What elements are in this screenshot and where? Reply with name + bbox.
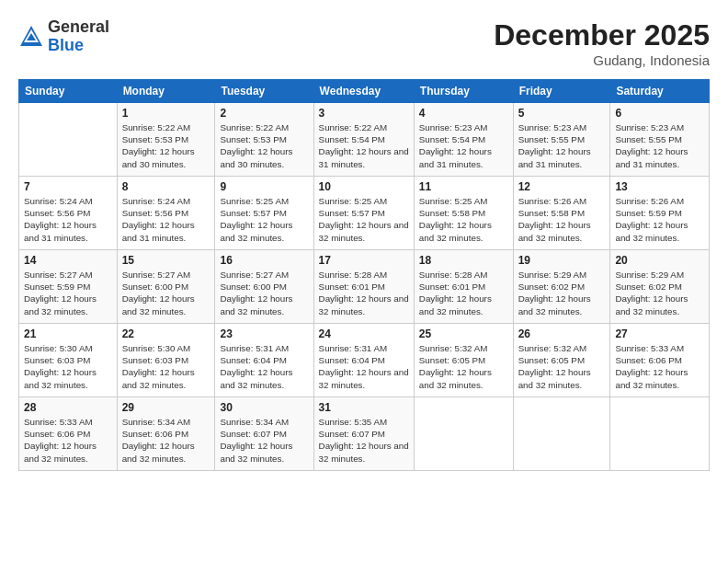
day-number: 20 bbox=[615, 254, 704, 267]
cell-info: Sunrise: 5:24 AMSunset: 5:56 PMDaylight:… bbox=[24, 195, 112, 244]
day-number: 4 bbox=[419, 107, 508, 120]
day-number: 24 bbox=[319, 327, 409, 340]
day-number: 27 bbox=[615, 327, 704, 340]
calendar-cell: 7Sunrise: 5:24 AMSunset: 5:56 PMDaylight… bbox=[19, 177, 118, 250]
calendar-cell: 5Sunrise: 5:23 AMSunset: 5:55 PMDaylight… bbox=[513, 103, 610, 177]
cell-info: Sunrise: 5:22 AMSunset: 5:53 PMDaylight:… bbox=[122, 121, 210, 170]
day-number: 22 bbox=[122, 327, 210, 340]
calendar-week-row: 7Sunrise: 5:24 AMSunset: 5:56 PMDaylight… bbox=[19, 177, 710, 250]
logo: General Blue bbox=[18, 18, 109, 55]
calendar-cell: 4Sunrise: 5:23 AMSunset: 5:54 PMDaylight… bbox=[414, 103, 513, 177]
cell-info: Sunrise: 5:26 AMSunset: 5:59 PMDaylight:… bbox=[615, 195, 704, 244]
calendar-cell: 27Sunrise: 5:33 AMSunset: 6:06 PMDayligh… bbox=[610, 324, 710, 397]
calendar-cell: 21Sunrise: 5:30 AMSunset: 6:03 PMDayligh… bbox=[19, 324, 118, 397]
day-number: 17 bbox=[319, 254, 409, 267]
calendar-cell: 17Sunrise: 5:28 AMSunset: 6:01 PMDayligh… bbox=[313, 250, 414, 324]
weekday-header-friday: Friday bbox=[513, 80, 610, 103]
day-number: 1 bbox=[122, 107, 210, 120]
cell-info: Sunrise: 5:31 AMSunset: 6:04 PMDaylight:… bbox=[220, 342, 308, 391]
day-number: 14 bbox=[24, 254, 112, 267]
day-number: 15 bbox=[122, 254, 210, 267]
calendar-cell: 3Sunrise: 5:22 AMSunset: 5:54 PMDaylight… bbox=[313, 103, 414, 177]
calendar-week-row: 28Sunrise: 5:33 AMSunset: 6:06 PMDayligh… bbox=[19, 397, 710, 471]
day-number: 21 bbox=[24, 327, 112, 340]
day-number: 18 bbox=[419, 254, 508, 267]
calendar-cell: 9Sunrise: 5:25 AMSunset: 5:57 PMDaylight… bbox=[215, 177, 313, 250]
cell-info: Sunrise: 5:32 AMSunset: 6:05 PMDaylight:… bbox=[518, 342, 606, 391]
logo-general: General bbox=[48, 18, 109, 37]
page: General Blue December 2025 Gudang, Indon… bbox=[0, 0, 728, 563]
day-number: 11 bbox=[419, 180, 508, 193]
calendar-header-row: SundayMondayTuesdayWednesdayThursdayFrid… bbox=[19, 80, 710, 103]
calendar-table: SundayMondayTuesdayWednesdayThursdayFrid… bbox=[18, 79, 710, 471]
calendar-cell: 16Sunrise: 5:27 AMSunset: 6:00 PMDayligh… bbox=[215, 250, 313, 324]
calendar-cell: 22Sunrise: 5:30 AMSunset: 6:03 PMDayligh… bbox=[117, 324, 215, 397]
cell-info: Sunrise: 5:30 AMSunset: 6:03 PMDaylight:… bbox=[122, 342, 210, 391]
calendar-cell: 24Sunrise: 5:31 AMSunset: 6:04 PMDayligh… bbox=[313, 324, 414, 397]
day-number: 16 bbox=[220, 254, 308, 267]
cell-info: Sunrise: 5:29 AMSunset: 6:02 PMDaylight:… bbox=[518, 269, 606, 317]
calendar-cell: 23Sunrise: 5:31 AMSunset: 6:04 PMDayligh… bbox=[215, 324, 313, 397]
day-number: 9 bbox=[220, 180, 308, 193]
cell-info: Sunrise: 5:23 AMSunset: 5:54 PMDaylight:… bbox=[419, 121, 508, 170]
calendar-cell: 10Sunrise: 5:25 AMSunset: 5:57 PMDayligh… bbox=[313, 177, 414, 250]
cell-info: Sunrise: 5:25 AMSunset: 5:57 PMDaylight:… bbox=[220, 195, 308, 244]
calendar-cell: 25Sunrise: 5:32 AMSunset: 6:05 PMDayligh… bbox=[414, 324, 513, 397]
cell-info: Sunrise: 5:25 AMSunset: 5:57 PMDaylight:… bbox=[319, 195, 409, 244]
calendar-week-row: 14Sunrise: 5:27 AMSunset: 5:59 PMDayligh… bbox=[19, 250, 710, 324]
calendar-cell: 19Sunrise: 5:29 AMSunset: 6:02 PMDayligh… bbox=[513, 250, 610, 324]
calendar-cell: 31Sunrise: 5:35 AMSunset: 6:07 PMDayligh… bbox=[313, 397, 414, 471]
calendar-cell: 26Sunrise: 5:32 AMSunset: 6:05 PMDayligh… bbox=[513, 324, 610, 397]
weekday-header-saturday: Saturday bbox=[610, 80, 710, 103]
cell-info: Sunrise: 5:27 AMSunset: 6:00 PMDaylight:… bbox=[220, 269, 308, 317]
calendar-cell: 1Sunrise: 5:22 AMSunset: 5:53 PMDaylight… bbox=[117, 103, 215, 177]
logo-blue: Blue bbox=[48, 37, 109, 55]
day-number: 12 bbox=[518, 180, 606, 193]
calendar-week-row: 1Sunrise: 5:22 AMSunset: 5:53 PMDaylight… bbox=[19, 103, 710, 177]
title-block: December 2025 Gudang, Indonesia bbox=[494, 18, 710, 68]
cell-info: Sunrise: 5:28 AMSunset: 6:01 PMDaylight:… bbox=[319, 269, 409, 317]
calendar-cell: 29Sunrise: 5:34 AMSunset: 6:06 PMDayligh… bbox=[117, 397, 215, 471]
cell-info: Sunrise: 5:22 AMSunset: 5:53 PMDaylight:… bbox=[220, 121, 308, 170]
weekday-header-thursday: Thursday bbox=[414, 80, 513, 103]
calendar-cell: 11Sunrise: 5:25 AMSunset: 5:58 PMDayligh… bbox=[414, 177, 513, 250]
day-number: 29 bbox=[122, 401, 210, 414]
calendar-cell: 6Sunrise: 5:23 AMSunset: 5:55 PMDaylight… bbox=[610, 103, 710, 177]
cell-info: Sunrise: 5:33 AMSunset: 6:06 PMDaylight:… bbox=[615, 342, 704, 391]
day-number: 26 bbox=[518, 327, 606, 340]
calendar-cell bbox=[610, 397, 710, 471]
calendar-cell: 20Sunrise: 5:29 AMSunset: 6:02 PMDayligh… bbox=[610, 250, 710, 324]
day-number: 5 bbox=[518, 107, 606, 120]
calendar-cell: 28Sunrise: 5:33 AMSunset: 6:06 PMDayligh… bbox=[19, 397, 118, 471]
cell-info: Sunrise: 5:27 AMSunset: 5:59 PMDaylight:… bbox=[24, 269, 112, 317]
day-number: 25 bbox=[419, 327, 508, 340]
header: General Blue December 2025 Gudang, Indon… bbox=[18, 18, 710, 68]
cell-info: Sunrise: 5:22 AMSunset: 5:54 PMDaylight:… bbox=[319, 121, 409, 170]
weekday-header-monday: Monday bbox=[117, 80, 215, 103]
calendar-cell: 30Sunrise: 5:34 AMSunset: 6:07 PMDayligh… bbox=[215, 397, 313, 471]
weekday-header-sunday: Sunday bbox=[19, 80, 118, 103]
logo-text: General Blue bbox=[48, 18, 109, 55]
day-number: 23 bbox=[220, 327, 308, 340]
cell-info: Sunrise: 5:34 AMSunset: 6:07 PMDaylight:… bbox=[220, 416, 308, 465]
cell-info: Sunrise: 5:27 AMSunset: 6:00 PMDaylight:… bbox=[122, 269, 210, 317]
day-number: 8 bbox=[122, 180, 210, 193]
logo-icon bbox=[18, 24, 44, 50]
cell-info: Sunrise: 5:25 AMSunset: 5:58 PMDaylight:… bbox=[419, 195, 508, 244]
calendar-cell: 15Sunrise: 5:27 AMSunset: 6:00 PMDayligh… bbox=[117, 250, 215, 324]
calendar-cell: 12Sunrise: 5:26 AMSunset: 5:58 PMDayligh… bbox=[513, 177, 610, 250]
cell-info: Sunrise: 5:33 AMSunset: 6:06 PMDaylight:… bbox=[24, 416, 112, 465]
calendar-cell bbox=[513, 397, 610, 471]
cell-info: Sunrise: 5:28 AMSunset: 6:01 PMDaylight:… bbox=[419, 269, 508, 317]
cell-info: Sunrise: 5:24 AMSunset: 5:56 PMDaylight:… bbox=[122, 195, 210, 244]
calendar-week-row: 21Sunrise: 5:30 AMSunset: 6:03 PMDayligh… bbox=[19, 324, 710, 397]
cell-info: Sunrise: 5:23 AMSunset: 5:55 PMDaylight:… bbox=[615, 121, 704, 170]
day-number: 31 bbox=[319, 401, 409, 414]
weekday-header-wednesday: Wednesday bbox=[313, 80, 414, 103]
day-number: 19 bbox=[518, 254, 606, 267]
weekday-header-tuesday: Tuesday bbox=[215, 80, 313, 103]
cell-info: Sunrise: 5:34 AMSunset: 6:06 PMDaylight:… bbox=[122, 416, 210, 465]
cell-info: Sunrise: 5:31 AMSunset: 6:04 PMDaylight:… bbox=[319, 342, 409, 391]
day-number: 30 bbox=[220, 401, 308, 414]
cell-info: Sunrise: 5:32 AMSunset: 6:05 PMDaylight:… bbox=[419, 342, 508, 391]
